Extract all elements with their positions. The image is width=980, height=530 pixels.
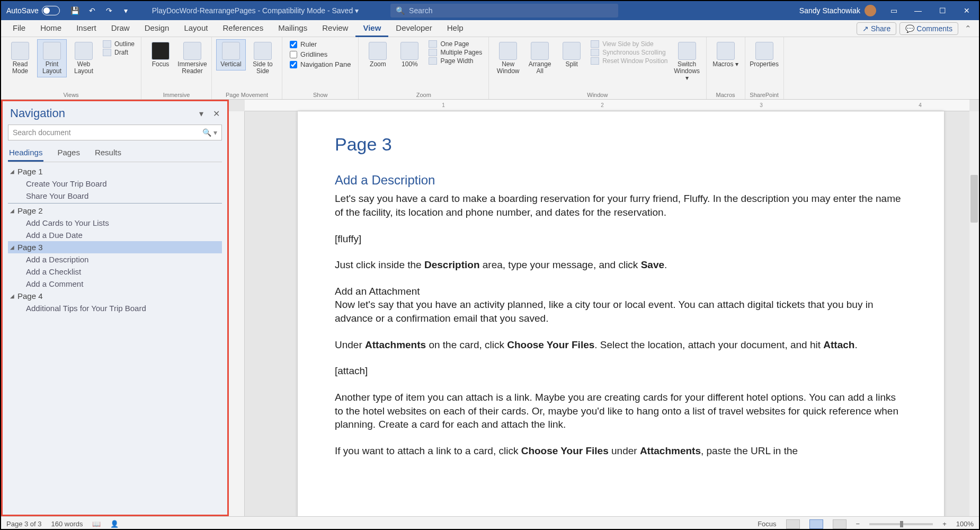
vertical-scrollbar[interactable] xyxy=(969,111,979,516)
nav-heading-item[interactable]: Share Your Board xyxy=(8,190,222,202)
page-width-button[interactable]: Page Width xyxy=(429,57,482,65)
redo-icon[interactable]: ↷ xyxy=(104,6,114,15)
avatar[interactable] xyxy=(865,5,876,16)
share-button[interactable]: ↗ Share xyxy=(857,22,896,35)
nav-heading-item[interactable]: ◢Page 1 xyxy=(8,165,222,178)
nav-tab-pages[interactable]: Pages xyxy=(56,146,81,162)
nav-heading-item[interactable]: Create Your Trip Board xyxy=(8,178,222,190)
tab-insert[interactable]: Insert xyxy=(69,20,104,37)
save-icon[interactable]: 💾 xyxy=(70,6,80,15)
ruler-checkbox[interactable]: Ruler xyxy=(290,40,351,48)
autosave-label: AutoSave xyxy=(6,6,39,15)
group-show-label: Show xyxy=(287,91,354,98)
group-immersive-label: Immersive xyxy=(146,91,207,98)
group-zoom-label: Zoom xyxy=(363,91,484,98)
synchronous-scrolling-button: Synchronous Scrolling xyxy=(591,49,667,56)
tab-help[interactable]: Help xyxy=(440,20,471,37)
nav-close-icon[interactable]: ✕ xyxy=(213,109,220,119)
nav-heading-item[interactable]: Additional Tips for Your Trip Board xyxy=(8,302,222,314)
undo-icon[interactable]: ↶ xyxy=(87,6,97,15)
zoom-slider[interactable] xyxy=(869,523,933,525)
multiple-pages-button[interactable]: Multiple Pages xyxy=(429,49,482,56)
nav-search-input[interactable]: Search document 🔍 ▾ xyxy=(8,125,222,140)
nav-tab-headings[interactable]: Headings xyxy=(8,146,43,162)
split-button[interactable]: Split xyxy=(557,39,586,70)
tab-view[interactable]: View xyxy=(355,20,388,37)
ribbon-tabs: FileHomeInsertDrawDesignLayoutReferences… xyxy=(1,20,979,37)
web-layout-button[interactable]: Web Layout xyxy=(69,39,99,77)
tab-draw[interactable]: Draw xyxy=(104,20,137,37)
one-page-button[interactable]: One Page xyxy=(429,40,482,48)
word-count[interactable]: 160 words xyxy=(51,520,83,528)
zoom-level[interactable]: 100% xyxy=(956,520,974,528)
page-indicator[interactable]: Page 3 of 3 xyxy=(6,520,42,528)
tab-developer[interactable]: Developer xyxy=(388,20,439,37)
search-box[interactable]: 🔍 Search xyxy=(390,4,618,17)
body-text: Under Attachments on the card, click Cho… xyxy=(335,338,907,352)
arrange-all-button[interactable]: Arrange All xyxy=(525,39,555,77)
tab-home[interactable]: Home xyxy=(33,20,69,37)
section-heading: Add a Description xyxy=(335,172,907,189)
autosave-toggle[interactable] xyxy=(42,6,60,15)
nav-tab-results[interactable]: Results xyxy=(94,146,122,162)
zoom-in-icon[interactable]: + xyxy=(942,520,947,528)
accessibility-icon[interactable]: 👤 xyxy=(110,520,119,528)
draft-button[interactable]: Draft xyxy=(103,49,135,56)
nav-heading-item[interactable]: Add a Checklist xyxy=(8,266,222,278)
web-layout-view-icon[interactable] xyxy=(833,519,847,529)
tab-design[interactable]: Design xyxy=(137,20,177,37)
side-to-side-button[interactable]: Side to Side xyxy=(248,39,278,77)
group-sharepoint-label: SharePoint xyxy=(750,91,779,98)
print-layout-view-icon[interactable] xyxy=(809,519,823,529)
macros-button[interactable]: Macros ▾ xyxy=(711,39,741,70)
zoom-button[interactable]: Zoom xyxy=(363,39,393,70)
print-layout-button[interactable]: Print Layout xyxy=(37,39,67,77)
switch-windows-button[interactable]: Switch Windows ▾ xyxy=(672,39,702,85)
minimize-icon[interactable]: — xyxy=(906,1,930,20)
comments-button[interactable]: 💬 Comments xyxy=(899,22,958,35)
focus-mode[interactable]: Focus xyxy=(758,520,776,528)
nav-search-placeholder: Search document xyxy=(13,128,71,137)
tab-review[interactable]: Review xyxy=(315,20,355,37)
tab-references[interactable]: References xyxy=(215,20,271,37)
maximize-icon[interactable]: ☐ xyxy=(930,1,955,20)
properties-button[interactable]: Properties xyxy=(750,39,779,70)
nav-dropdown-icon[interactable]: ▾ xyxy=(199,109,203,119)
user-name: Sandy Stachowiak xyxy=(799,6,860,15)
nav-heading-item[interactable]: Add a Description xyxy=(8,253,222,266)
vertical-button[interactable]: Vertical xyxy=(216,39,246,70)
nav-heading-item[interactable]: Add Cards to Your Lists xyxy=(8,217,222,229)
tab-layout[interactable]: Layout xyxy=(176,20,215,37)
view-side-by-side-button: View Side by Side xyxy=(591,40,667,48)
nav-heading-item[interactable]: ◢Page 2 xyxy=(8,205,222,217)
nav-heading-item[interactable]: Add a Comment xyxy=(8,278,222,290)
read-mode-button[interactable]: Read Mode xyxy=(5,39,35,77)
outline-button[interactable]: Outline xyxy=(103,40,135,48)
focus-button[interactable]: Focus xyxy=(146,39,175,70)
group-page-movement-label: Page Movement xyxy=(216,91,278,98)
ribbon-collapse-icon[interactable]: ⌃ xyxy=(961,24,975,33)
navigation-pane-checkbox[interactable]: Navigation Pane xyxy=(290,60,351,68)
immersive-reader-button[interactable]: Immersive Reader xyxy=(177,39,207,77)
tab-mailings[interactable]: Mailings xyxy=(271,20,315,37)
new-window-button[interactable]: New Window xyxy=(493,39,523,77)
horizontal-ruler[interactable]: 123456 xyxy=(245,100,969,111)
ribbon-options-icon[interactable]: ▭ xyxy=(881,1,906,20)
ribbon: Read Mode Print Layout Web Layout Outlin… xyxy=(1,37,979,100)
zoom-100-button[interactable]: 100% xyxy=(395,39,424,70)
close-icon[interactable]: ✕ xyxy=(955,1,979,20)
document-title: PlayDocWord-RearrangePages - Compatibili… xyxy=(152,6,359,15)
nav-heading-item[interactable]: ◢Page 3 xyxy=(8,241,222,253)
body-text: [fluffy] xyxy=(335,232,907,246)
gridlines-checkbox[interactable]: Gridlines xyxy=(290,50,351,58)
zoom-out-icon[interactable]: − xyxy=(856,520,860,528)
read-mode-view-icon[interactable] xyxy=(786,519,800,529)
nav-heading-item[interactable]: ◢Page 4 xyxy=(8,290,222,302)
spellcheck-icon[interactable]: 📖 xyxy=(92,520,101,528)
qat-dropdown-icon[interactable]: ▾ xyxy=(121,6,131,15)
nav-heading-item[interactable]: Add a Due Date xyxy=(8,229,222,241)
tab-file[interactable]: File xyxy=(5,20,33,37)
vertical-ruler[interactable] xyxy=(229,111,245,516)
document-page[interactable]: Page 3 Add a Description Let's say you h… xyxy=(298,111,944,516)
body-text: If you want to attach a link to a card, … xyxy=(335,444,907,458)
